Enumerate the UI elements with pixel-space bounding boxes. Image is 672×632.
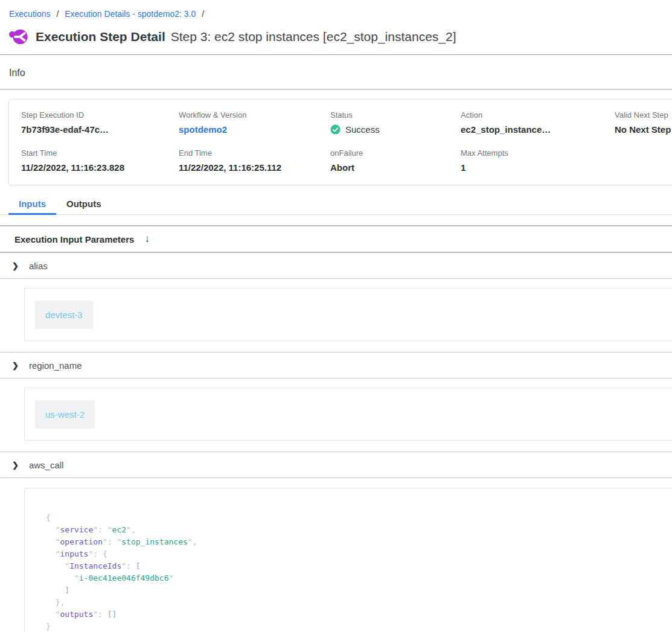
field-label: onFailure <box>330 148 461 158</box>
empty-cell <box>615 148 672 173</box>
success-check-icon <box>330 124 341 135</box>
page-header: Execution Step Detail Step 3: ec2 stop i… <box>0 19 672 46</box>
chevron-right-icon: ❯ <box>12 261 19 270</box>
status-badge: Success <box>330 124 461 135</box>
field-label: Workflow & Version <box>179 110 330 120</box>
workflow-brand-icon <box>8 27 28 46</box>
io-tabs: Inputs Outputs <box>0 199 672 215</box>
field-label: Start Time <box>21 148 179 158</box>
step-info-card: Step Execution ID 7b73f93e-edaf-47c… Wor… <box>8 99 672 185</box>
field-label: Valid Next Step <box>615 110 672 120</box>
param-row-region-name[interactable]: ❯ region_name <box>0 353 672 378</box>
breadcrumb: Executions / Execution Details - spotdem… <box>0 0 672 19</box>
execution-input-parameters-header: Execution Input Parameters ↓ <box>0 226 672 253</box>
info-divider <box>0 89 672 90</box>
field-valid-next-step: Valid Next Step No Next Step <box>615 110 672 135</box>
field-label: End Time <box>179 148 330 158</box>
field-action: Action ec2_stop_instance… <box>461 110 615 135</box>
aws-call-json-panel: { "service": "ec2", "operation": "stop_i… <box>24 488 672 632</box>
field-start-time: Start Time 11/22/2022, 11:16:23.828 <box>21 148 179 173</box>
field-label: Status <box>330 110 461 120</box>
field-value: 11/22/2022, 11:16:25.112 <box>179 162 330 173</box>
params-header-label: Execution Input Parameters <box>14 234 134 244</box>
param-name: alias <box>29 261 48 271</box>
alias-value-chip: devtest-3 <box>35 301 93 329</box>
field-end-time: End Time 11/22/2022, 11:16:25.112 <box>179 148 330 173</box>
param-name: region_name <box>29 360 82 371</box>
arrow-down-icon[interactable]: ↓ <box>144 233 150 245</box>
field-value: 1 <box>461 162 615 173</box>
field-value: Abort <box>330 162 461 173</box>
page-title: Execution Step Detail <box>36 30 165 44</box>
breadcrumb-separator: / <box>56 9 59 19</box>
field-value: ec2_stop_instance… <box>461 124 615 135</box>
field-max-attempts: Max Attempts 1 <box>461 148 615 173</box>
page-subtitle: Step 3: ec2 stop instances [ec2_stop_ins… <box>171 30 456 44</box>
region-value-panel: us-west-2 <box>24 388 672 441</box>
field-workflow-version: Workflow & Version spotdemo2 <box>179 110 330 135</box>
tab-inputs[interactable]: Inputs <box>8 199 56 214</box>
field-status: Status Success <box>330 110 461 135</box>
status-text: Success <box>345 124 380 135</box>
param-row-aws-call[interactable]: ❯ aws_call <box>0 452 672 478</box>
field-onfailure: onFailure Abort <box>330 148 461 173</box>
region-value-chip: us-west-2 <box>35 400 95 429</box>
field-value: 11/22/2022, 11:16:23.828 <box>21 162 179 173</box>
tab-outputs[interactable]: Outputs <box>56 199 112 214</box>
field-value: 7b73f93e-edaf-47c… <box>21 124 179 135</box>
info-section-title: Info <box>0 55 672 78</box>
alias-value-panel: devtest-3 <box>24 288 672 341</box>
param-row-alias[interactable]: ❯ alias <box>0 253 672 279</box>
chevron-right-icon: ❯ <box>12 361 19 370</box>
chevron-right-icon: ❯ <box>12 461 19 470</box>
field-value: No Next Step <box>615 124 672 135</box>
breadcrumb-link-executions[interactable]: Executions <box>9 9 50 19</box>
breadcrumb-separator: / <box>202 9 204 19</box>
json-code: { "service": "ec2", "operation": "stop_i… <box>46 512 672 632</box>
breadcrumb-link-execution-details[interactable]: Execution Details - spotdemo2: 3.0 <box>65 9 196 19</box>
field-label: Action <box>461 110 615 120</box>
workflow-link[interactable]: spotdemo2 <box>179 124 330 135</box>
field-label: Max Attempts <box>461 148 615 158</box>
field-label: Step Execution ID <box>21 110 179 120</box>
param-name: aws_call <box>29 460 64 470</box>
field-step-execution-id: Step Execution ID 7b73f93e-edaf-47c… <box>21 110 179 135</box>
